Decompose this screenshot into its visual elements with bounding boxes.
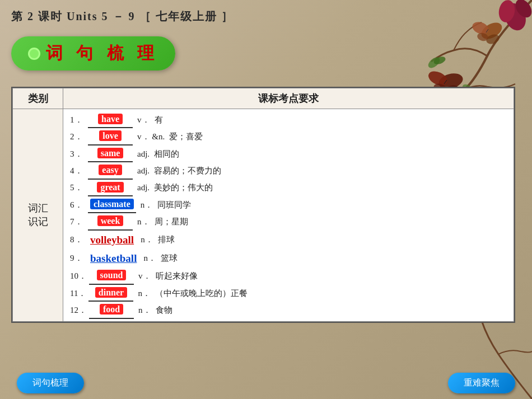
word-underline: week [88, 213, 133, 230]
item-num: 5． [70, 181, 86, 195]
list-item: 9． basketball n． 篮球 [70, 249, 507, 267]
word-have: have [98, 114, 123, 124]
btn-focus[interactable]: 重难聚焦 [448, 373, 515, 393]
item-num: 10． [70, 269, 87, 283]
word-sound: sound [97, 270, 127, 280]
list-item: 1． have v． 有 [70, 111, 507, 128]
list-item: 11． dinner n． （中午或晚上吃的）正餐 [70, 285, 507, 302]
word-underline: have [88, 111, 133, 128]
word-same: same [97, 148, 124, 158]
item-num: 12． [70, 303, 87, 317]
word-underline: love [88, 128, 133, 145]
item-meaning: 周；星期 [155, 215, 188, 229]
item-num: 11． [70, 287, 86, 301]
item-pos: v． [137, 113, 150, 127]
col-header-requirement: 课标考点要求 [63, 88, 514, 109]
item-meaning: 容易的；不费力的 [154, 164, 221, 178]
list-item: 12． food n． 食物 [70, 302, 507, 318]
bottom-bar: 词句梳理 重难聚焦 [0, 373, 532, 393]
item-pos: adj. [137, 164, 150, 178]
list-item: 3． same adj. 相同的 [70, 145, 507, 162]
word-great: great [97, 182, 123, 193]
item-num: 7． [70, 215, 86, 229]
word-food: food [100, 304, 123, 314]
list-item: 7． week n． 周；星期 [70, 213, 507, 230]
item-num: 8． [70, 233, 86, 247]
word-underline: volleyball [88, 231, 136, 249]
item-meaning: 美妙的；伟大的 [154, 181, 213, 195]
category-cell: 词汇识记 [13, 109, 63, 322]
word-love: love [99, 130, 122, 141]
item-meaning: 同班同学 [157, 198, 191, 212]
item-num: 1． [70, 113, 86, 127]
item-meaning: 有 [155, 113, 163, 127]
content-cell: 1． have v． 有 2． love v． &n. 爱；喜爱 3． same [63, 109, 514, 322]
item-meaning: 爱；喜爱 [169, 130, 203, 144]
title-oval: 词 句 梳 理 [11, 36, 175, 71]
item-num: 9． [70, 251, 86, 265]
word-underline: easy [88, 162, 133, 179]
item-meaning: （中午或晚上吃的）正餐 [155, 287, 248, 301]
item-num: 2． [70, 130, 86, 144]
vocabulary-table: 类别 课标考点要求 词汇识记 1． have v． 有 2． love [12, 88, 514, 322]
item-pos: n． [138, 303, 151, 317]
item-meaning: 听起来好像 [156, 269, 198, 283]
word-underline: basketball [88, 249, 139, 267]
item-pos: adj. [137, 181, 150, 195]
word-easy: easy [99, 165, 122, 175]
item-pos: v． &n. [137, 130, 165, 144]
btn-vocabulary[interactable]: 词句梳理 [17, 373, 84, 393]
title-text: 词 句 梳 理 [46, 42, 158, 65]
word-classmate: classmate [90, 199, 134, 209]
list-item: 8． volleyball n． 排球 [70, 231, 507, 249]
item-pos: n． [143, 251, 156, 265]
col-header-category: 类别 [13, 88, 63, 109]
word-underline: sound [89, 267, 134, 284]
word-underline: great [88, 180, 133, 196]
item-num: 6． [70, 198, 86, 212]
word-basketball: basketball [90, 252, 137, 264]
list-item: 5． great adj. 美妙的；伟大的 [70, 180, 507, 196]
table-row-main: 词汇识记 1． have v． 有 2． love v． &n. 爱；喜爱 [13, 109, 514, 322]
list-item: 6． classmate n． 同班同学 [70, 196, 507, 213]
item-pos: n． [141, 233, 153, 247]
main-table-wrapper: 类别 课标考点要求 词汇识记 1． have v． 有 2． love [11, 87, 515, 323]
item-meaning: 食物 [156, 303, 172, 317]
word-week: week [97, 215, 124, 226]
header-title: 第 2 课时 Units 5 － 9 ［ 七年级上册 ］ [11, 10, 234, 22]
word-volleyball: volleyball [90, 234, 134, 246]
item-num: 3． [70, 147, 86, 161]
list-item: 4． easy adj. 容易的；不费力的 [70, 162, 507, 179]
list-item: 10． sound v． 听起来好像 [70, 267, 507, 284]
word-dinner: dinner [95, 287, 127, 298]
item-pos: n． [141, 198, 153, 212]
header: 第 2 课时 Units 5 － 9 ［ 七年级上册 ］ [0, 6, 532, 27]
word-underline: dinner [88, 285, 133, 302]
item-pos: n． [138, 287, 151, 301]
item-num: 4． [70, 164, 86, 178]
title-dot [28, 48, 40, 60]
item-meaning: 相同的 [154, 147, 179, 161]
word-underline: classmate [88, 196, 136, 213]
item-pos: adj. [137, 147, 150, 161]
word-underline: same [88, 145, 133, 162]
word-underline: food [89, 302, 134, 318]
item-meaning: 排球 [158, 233, 175, 247]
item-meaning: 篮球 [161, 251, 178, 265]
item-pos: v． [138, 269, 151, 283]
list-item: 2． love v． &n. 爱；喜爱 [70, 128, 507, 145]
item-pos: n． [137, 215, 150, 229]
